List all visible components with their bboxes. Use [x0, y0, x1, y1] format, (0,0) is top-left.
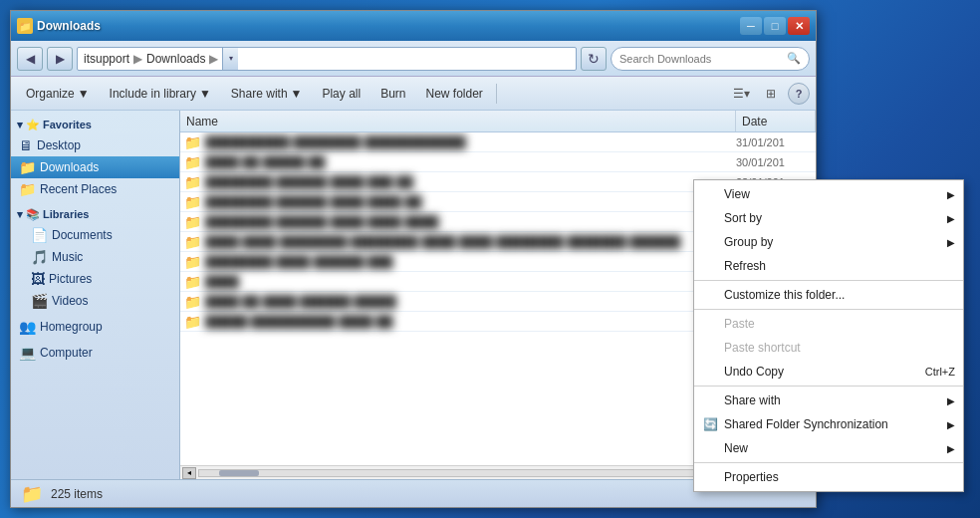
help-button[interactable]: ? — [788, 83, 810, 105]
libraries-icon: 📚 — [26, 208, 40, 221]
ctx-properties[interactable]: Properties — [694, 465, 963, 489]
ctx-customize[interactable]: Customize this folder... — [694, 283, 963, 307]
music-icon: 🎵 — [31, 249, 48, 265]
file-name: █████ ██████████ ████ ██ — [205, 315, 736, 329]
folder-icon: 📁 — [184, 274, 201, 290]
minimize-button[interactable]: ─ — [740, 17, 762, 35]
libraries-collapse-icon: ▾ — [17, 208, 23, 221]
favorites-section: ▾ ⭐ Favorites 🖥 Desktop 📁 Downloads 📁 — [11, 115, 179, 200]
file-name: ████████ ██████ ████ ████ ██ — [205, 195, 736, 209]
ctx-paste-shortcut[interactable]: Paste shortcut — [694, 336, 963, 360]
details-button[interactable]: ⊞ — [758, 83, 784, 105]
file-date: 31/01/201 — [736, 136, 816, 148]
customize-icon — [702, 287, 718, 303]
libraries-header[interactable]: ▾ 📚 Libraries — [11, 204, 179, 224]
folder-icon: 📁 — [184, 174, 201, 190]
address-path[interactable]: itsupport ▶ Downloads ▶ ▾ — [77, 47, 577, 71]
burn-button[interactable]: Burn — [371, 81, 414, 107]
col-header-name[interactable]: Name — [180, 111, 736, 131]
file-name: ████████ ██████ ████ ███ ██ — [205, 175, 736, 189]
context-menu: View ▶ Sort by ▶ Group by ▶ Refresh Cust… — [693, 179, 964, 492]
ctx-new[interactable]: New ▶ — [694, 436, 963, 460]
homegroup-icon: 👥 — [19, 319, 36, 335]
search-input[interactable] — [619, 53, 783, 65]
include-library-button[interactable]: Include in library ▼ — [101, 81, 220, 107]
scroll-thumb[interactable] — [219, 470, 259, 476]
properties-icon — [702, 469, 718, 485]
forward-button[interactable]: ▶ — [47, 47, 73, 71]
sidebar-item-videos[interactable]: 🎬 Videos — [11, 290, 179, 312]
view-toggle-button[interactable]: ☰▾ — [728, 83, 754, 105]
file-list-header: Name Date — [180, 111, 816, 132]
folder-icon: 📁 — [184, 314, 201, 330]
toolbar-right: ☰▾ ⊞ ? — [728, 83, 810, 105]
share-icon — [702, 392, 718, 408]
path-separator-1: ▶ — [133, 52, 142, 66]
search-box[interactable]: 🔍 — [611, 47, 810, 71]
documents-icon: 📄 — [31, 227, 48, 243]
sidebar-item-homegroup[interactable]: 👥 Homegroup — [11, 316, 179, 338]
undo-shortcut: Ctrl+Z — [925, 366, 955, 378]
ctx-view[interactable]: View ▶ — [694, 182, 963, 206]
ctx-separator-4 — [694, 462, 963, 463]
ctx-undo-copy[interactable]: Undo Copy Ctrl+Z — [694, 360, 963, 384]
ctx-shared-folder[interactable]: 🔄 Shared Folder Synchronization ▶ — [694, 412, 963, 436]
ctx-group-by[interactable]: Group by ▶ — [694, 230, 963, 254]
new-folder-button[interactable]: New folder — [417, 81, 492, 107]
favorites-header[interactable]: ▾ ⭐ Favorites — [11, 115, 179, 134]
col-header-date[interactable]: Date — [736, 111, 816, 131]
sidebar-item-music[interactable]: 🎵 Music — [11, 246, 179, 268]
sidebar-item-downloads[interactable]: 📁 Downloads — [11, 156, 179, 178]
refresh-button[interactable]: ↻ — [581, 47, 607, 71]
maximize-button[interactable]: □ — [764, 17, 786, 35]
back-button[interactable]: ◀ — [17, 47, 43, 71]
table-row[interactable]: 📁 ██████████ ████████ ████████████ 31/01… — [180, 132, 816, 152]
computer-icon: 💻 — [19, 345, 36, 361]
file-name: ████████ ██████ ████ ████ ████ — [205, 215, 736, 229]
file-name: ████ ████ ████████ ████████ ████ ████ ██… — [205, 235, 736, 249]
sidebar-item-documents[interactable]: 📄 Documents — [11, 224, 179, 246]
sidebar-item-recent[interactable]: 📁 Recent Places — [11, 178, 179, 200]
share-submenu-arrow: ▶ — [947, 395, 955, 406]
ctx-separator-1 — [694, 280, 963, 281]
play-all-button[interactable]: Play all — [313, 81, 369, 107]
file-date: 30/01/201 — [736, 156, 816, 168]
close-button[interactable]: ✕ — [788, 17, 810, 35]
window-title: Downloads — [37, 19, 101, 33]
sidebar-item-desktop[interactable]: 🖥 Desktop — [11, 134, 179, 156]
search-icon: 🔍 — [787, 52, 801, 65]
status-count: 225 items — [51, 487, 103, 501]
sort-submenu-arrow: ▶ — [947, 213, 955, 224]
folder-icon: 📁 — [184, 194, 201, 210]
paste-icon — [702, 316, 718, 332]
paste-shortcut-icon — [702, 340, 718, 356]
path-root: itsupport — [84, 52, 129, 66]
recent-places-icon: 📁 — [19, 181, 36, 197]
sort-icon — [702, 210, 718, 226]
scroll-left-button[interactable]: ◂ — [182, 467, 196, 479]
path-dropdown-button[interactable]: ▾ — [222, 48, 238, 70]
sidebar-item-computer[interactable]: 💻 Computer — [11, 342, 179, 364]
ctx-separator-2 — [694, 309, 963, 310]
ctx-refresh[interactable]: Refresh — [694, 254, 963, 278]
table-row[interactable]: 📁 ████ ██ █████ ██ 30/01/201 — [180, 152, 816, 172]
toolbar: Organize ▼ Include in library ▼ Share wi… — [11, 77, 816, 111]
file-name: ██████████ ████████ ████████████ — [205, 135, 736, 149]
path-current: Downloads — [146, 52, 205, 66]
favorites-icon: ⭐ — [26, 119, 40, 131]
address-bar: ◀ ▶ itsupport ▶ Downloads ▶ ▾ ↻ 🔍 — [11, 41, 816, 77]
organize-button[interactable]: Organize ▼ — [17, 81, 99, 107]
window-icon: 📁 — [17, 18, 33, 34]
group-submenu-arrow: ▶ — [947, 237, 955, 248]
ctx-paste[interactable]: Paste — [694, 312, 963, 336]
shared-folder-icon: 🔄 — [702, 416, 718, 432]
sidebar-item-pictures[interactable]: 🖼 Pictures — [11, 268, 179, 290]
file-name: ████████ ████ ██████ ███ — [205, 255, 736, 269]
shared-folder-arrow: ▶ — [947, 419, 955, 430]
undo-icon — [702, 364, 718, 380]
ctx-share-with[interactable]: Share with ▶ — [694, 388, 963, 412]
folder-icon: 📁 — [184, 214, 201, 230]
ctx-sort-by[interactable]: Sort by ▶ — [694, 206, 963, 230]
share-with-button[interactable]: Share with ▼ — [222, 81, 312, 107]
title-buttons: ─ □ ✕ — [740, 17, 810, 35]
